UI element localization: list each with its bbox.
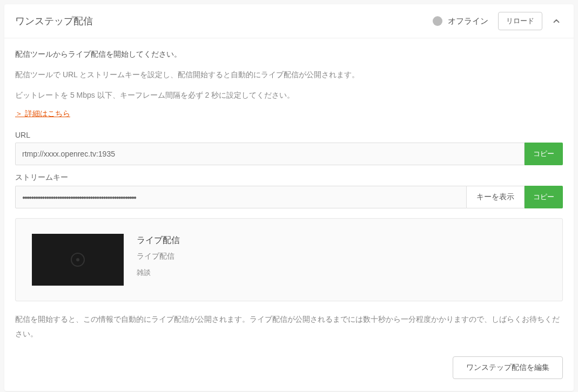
stream-key-field-row: キーを表示 コピー: [15, 186, 563, 208]
edit-onestep-button[interactable]: ワンステップ配信を編集: [453, 356, 563, 379]
onestep-stream-card: ワンステップ配信 オフライン リロード 配信ツールからライブ配信を開始してくださ…: [4, 4, 574, 391]
copy-url-button[interactable]: コピー: [525, 143, 563, 165]
stream-preview-tag: 雑談: [137, 268, 180, 278]
details-link[interactable]: ＞ 詳細はこちら: [15, 109, 70, 119]
url-label: URL: [15, 131, 563, 139]
card-title: ワンステップ配信: [15, 15, 433, 28]
show-key-button[interactable]: キーを表示: [467, 186, 525, 208]
stream-thumbnail: [32, 234, 124, 286]
copy-key-button[interactable]: コピー: [525, 186, 563, 208]
url-field-row: コピー: [15, 143, 563, 165]
instruction-line-3: ビットレートを 5 Mbps 以下、キーフレーム間隔を必ず 2 秒に設定してくだ…: [15, 89, 563, 102]
play-placeholder-icon: [71, 253, 85, 267]
stream-preview-meta: ライブ配信 ライブ配信 雑談: [137, 234, 180, 286]
status-label: オフライン: [448, 16, 488, 26]
footer-actions: ワンステップ配信を編集: [15, 356, 563, 379]
chevron-up-icon[interactable]: [550, 15, 563, 28]
stream-preview-panel: ライブ配信 ライブ配信 雑談: [15, 218, 563, 301]
reload-button[interactable]: リロード: [498, 12, 542, 30]
stream-preview-title: ライブ配信: [137, 235, 180, 246]
card-header: ワンステップ配信 オフライン リロード: [4, 4, 574, 38]
status-indicator: オフライン: [433, 16, 488, 26]
url-input[interactable]: [15, 143, 525, 165]
instruction-line-1: 配信ツールからライブ配信を開始してください。: [15, 48, 563, 61]
stream-key-input[interactable]: [15, 186, 467, 208]
instruction-line-2: 配信ツールで URL とストリームキーを設定し、配信開始すると自動的にライブ配信…: [15, 69, 563, 82]
footer-note: 配信を開始すると、この情報で自動的にライブ配信が公開されます。ライブ配信が公開さ…: [15, 312, 563, 341]
stream-key-label: ストリームキー: [15, 173, 563, 183]
card-body: 配信ツールからライブ配信を開始してください。 配信ツールで URL とストリーム…: [4, 38, 574, 391]
stream-preview-subtitle: ライブ配信: [137, 252, 180, 261]
status-dot-icon: [433, 16, 442, 26]
